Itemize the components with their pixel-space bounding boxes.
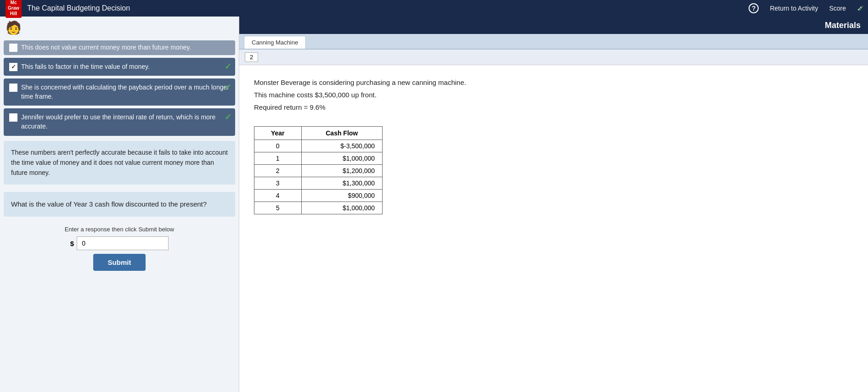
cashflow-cell: $-3,500,000 [301, 140, 382, 152]
dollar-sign-label: $ [70, 240, 74, 247]
year-cell: 0 [254, 140, 302, 152]
checkbox-3-text: Jennifer would prefer to use the interna… [21, 113, 230, 131]
cashflow-cell: $1,000,000 [301, 202, 382, 214]
partial-checkbox-item: This does not value current money more t… [4, 40, 235, 55]
checkbox-3-correct-icon: ✓ [225, 112, 231, 122]
checkbox-1[interactable]: ✓ [9, 63, 17, 71]
table-row: 0$-3,500,000 [254, 140, 383, 152]
checkbox-item-1: ✓ This fails to factor in the time value… [4, 58, 235, 76]
year-cell: 5 [254, 202, 302, 214]
mcgraw-hill-logo: Mc Graw Hill [6, 0, 22, 18]
col-cashflow-header: Cash Flow [301, 127, 382, 140]
page-number: 2 [245, 52, 258, 62]
dollar-input[interactable] [77, 236, 169, 250]
cashflow-cell: $900,000 [301, 190, 382, 202]
info-text: These numbers aren't perfectly accurate … [11, 149, 228, 177]
table-row: 3$1,300,000 [254, 177, 383, 190]
checkbox-1-text: This fails to factor in the time value o… [21, 62, 230, 72]
table-row: 2$1,200,000 [254, 165, 383, 177]
table-row: 4$900,000 [254, 190, 383, 202]
input-section: Enter a response then click Submit below… [0, 220, 239, 276]
partial-checkbox[interactable] [9, 44, 17, 52]
checkbox-item-3: Jennifer would prefer to use the interna… [4, 108, 235, 135]
return-to-activity-button[interactable]: Return to Activity [770, 5, 818, 12]
tab-canning-machine[interactable]: Canning Machine [244, 36, 306, 49]
info-explanation-box: These numbers aren't perfectly accurate … [4, 141, 235, 185]
cashflow-cell: $1,000,000 [301, 152, 382, 165]
year-cell: 1 [254, 152, 302, 165]
right-top-bar: Materials [239, 17, 868, 34]
score-button[interactable]: Score [829, 5, 846, 12]
table-row: 1$1,000,000 [254, 152, 383, 165]
question-text: What is the value of Year 3 cash flow di… [11, 200, 207, 208]
checkbox-item-2: She is concerned with calculating the pa… [4, 78, 235, 106]
checkbox-2-text: She is concerned with calculating the pa… [21, 83, 230, 101]
year-cell: 4 [254, 190, 302, 202]
top-bar-actions: ? Return to Activity Score ⤢ [749, 3, 862, 13]
cash-flow-table: Year Cash Flow 0$-3,500,0001$1,000,0002$… [254, 126, 383, 214]
partial-checkbox-text: This does not value current money more t… [21, 43, 230, 52]
avatar: 🧑 [6, 21, 22, 35]
input-instruction: Enter a response then click Submit below [65, 226, 174, 233]
app-title: The Capital Budgeting Decision [27, 4, 749, 12]
materials-label: Materials [825, 21, 861, 30]
page-number-bar: 2 [239, 50, 868, 65]
right-panel: Materials Canning Machine 2 Monster Beve… [239, 17, 868, 392]
year-cell: 3 [254, 177, 302, 190]
cashflow-cell: $1,300,000 [301, 177, 382, 190]
question-box: What is the value of Year 3 cash flow di… [4, 192, 235, 217]
table-row: 5$1,000,000 [254, 202, 383, 214]
left-panel: 🧑 This does not value current money more… [0, 17, 239, 392]
checkbox-1-correct-icon: ✓ [225, 62, 231, 72]
top-navigation-bar: Mc Graw Hill The Capital Budgeting Decis… [0, 0, 868, 17]
checkbox-3[interactable] [9, 113, 17, 122]
description-line-2: This machine costs $3,500,000 up front. [254, 89, 853, 101]
right-content: Monster Beverage is considering purchasi… [239, 65, 868, 392]
tab-bar: Canning Machine [239, 34, 868, 50]
year-cell: 2 [254, 165, 302, 177]
description-line-1: Monster Beverage is considering purchasi… [254, 76, 853, 89]
checkbox-2[interactable] [9, 84, 17, 92]
dollar-input-row: $ [70, 236, 169, 250]
checkbox-2-correct-icon: ✓ [225, 82, 231, 92]
avatar-row: 🧑 [0, 17, 239, 39]
col-year-header: Year [254, 127, 302, 140]
main-layout: 🧑 This does not value current money more… [0, 17, 868, 392]
description-line-3: Required return = 9.6% [254, 101, 853, 113]
cashflow-cell: $1,200,000 [301, 165, 382, 177]
checkbox-1-checkmark: ✓ [11, 63, 16, 70]
submit-button[interactable]: Submit [93, 254, 146, 271]
help-button[interactable]: ? [749, 3, 759, 13]
